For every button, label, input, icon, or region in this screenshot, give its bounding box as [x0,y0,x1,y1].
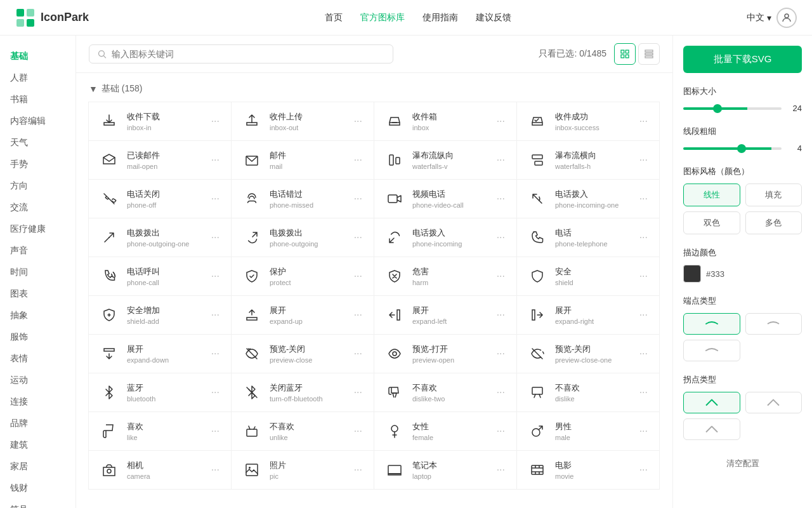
sidebar-item-钱财[interactable]: 钱财 [0,478,75,499]
icon-more-btn[interactable]: ··· [209,463,222,477]
icon-more-btn[interactable]: ··· [351,153,365,167]
icon-card-male[interactable]: 男性 male ··· [516,411,660,451]
icon-more-btn[interactable]: ··· [494,192,508,206]
icon-card-mail[interactable]: 邮件 mail ··· [231,140,374,180]
icon-more-btn[interactable]: ··· [209,347,222,361]
icon-card-shield-add[interactable]: 安全增加 shield-add ··· [88,295,232,335]
icon-more-btn[interactable]: ··· [637,231,650,244]
sidebar-item-医疗健康[interactable]: 医疗健康 [0,218,75,240]
icon-card-protect[interactable]: 保护 protect ··· [231,257,374,296]
icon-more-btn[interactable]: ··· [351,114,365,128]
icon-card-expand-left[interactable]: 展开 expand-left ··· [374,295,517,335]
icon-more-btn[interactable]: ··· [494,385,508,399]
icon-more-btn[interactable]: ··· [494,424,508,438]
anchor-round[interactable] [683,392,740,413]
icon-card-preview-open[interactable]: 预览-打开 preview-open ··· [374,334,517,373]
download-btn[interactable]: 批量下载SVG [683,46,802,73]
icon-more-btn[interactable]: ··· [209,424,222,438]
icon-card-camera[interactable]: 相机 camera ··· [88,450,232,490]
icon-more-btn[interactable]: ··· [494,153,508,167]
sidebar-item-服饰[interactable]: 服饰 [0,326,75,348]
icon-more-btn[interactable]: ··· [209,385,222,399]
endpoint-round[interactable] [683,313,740,335]
icon-more-btn[interactable]: ··· [351,308,365,322]
nav-library[interactable]: 官方图标库 [360,12,405,23]
icon-card-inbox-success[interactable]: 收件成功 inbox-success ··· [516,102,660,141]
icon-card-dislike-two[interactable]: 不喜欢 dislike-two ··· [374,373,517,412]
sidebar-item-人群[interactable]: 人群 [0,67,75,89]
sidebar-item-表情[interactable]: 表情 [0,348,75,370]
section-collapse-btn[interactable]: ▼ [89,84,98,94]
icon-more-btn[interactable]: ··· [351,192,365,206]
icon-card-expand-right[interactable]: 展开 expand-right ··· [516,295,660,335]
search-input[interactable] [112,49,385,59]
icon-card-phone-missed[interactable]: 电话错过 phone-missed ··· [231,179,374,218]
icon-card-waterfalls-v[interactable]: 瀑布流纵向 waterfalls-v ··· [374,140,517,180]
icon-card-phone-call[interactable]: 电话呼叫 phone-call ··· [88,257,232,296]
sidebar-item-品牌[interactable]: 品牌 [0,413,75,434]
icon-card-phone-incoming[interactable]: 电话拨入 phone-incoming ··· [374,218,517,257]
icon-card-bluetooth[interactable]: 蓝牙 bluetooth ··· [88,373,232,412]
anchor-miter[interactable] [745,392,802,413]
icon-more-btn[interactable]: ··· [209,153,222,167]
logo[interactable]: IconPark [15,8,89,28]
nav-feedback[interactable]: 建议反馈 [476,12,511,23]
icon-card-expand-down[interactable]: 展开 expand-down ··· [88,334,232,373]
icon-card-inbox-in[interactable]: 收件下载 inbox-in ··· [88,102,232,141]
anchor-bevel[interactable] [683,418,740,440]
icon-card-phone-telephone[interactable]: 电话 phone-telephone ··· [516,218,660,257]
icon-more-btn[interactable]: ··· [494,269,508,283]
endpoint-square[interactable] [683,340,740,361]
icon-more-btn[interactable]: ··· [209,269,222,283]
icon-more-btn[interactable]: ··· [494,463,508,477]
sidebar-item-抽象[interactable]: 抽象 [0,305,75,326]
lang-selector[interactable]: 中文 ▾ [747,12,771,23]
icon-more-btn[interactable]: ··· [351,424,365,438]
sidebar-item-运动[interactable]: 运动 [0,370,75,391]
user-avatar[interactable] [776,8,797,28]
style-fill[interactable]: 填充 [745,184,802,206]
sidebar-item-手势[interactable]: 手势 [0,154,75,175]
icon-card-phone-off[interactable]: 电话关闭 phone-off ··· [88,179,232,218]
icon-more-btn[interactable]: ··· [494,347,508,361]
icon-card-turn-off-bluetooth[interactable]: 关闭蓝牙 turn-off-bluetooth ··· [231,373,374,412]
style-two-tone[interactable]: 双色 [683,211,740,234]
icon-card-mail-open[interactable]: 已读邮件 mail-open ··· [88,140,232,180]
icon-card-laptop[interactable]: 笔记本 laptop ··· [374,450,517,490]
sidebar-item-基础[interactable]: 基础 [0,46,75,67]
icon-more-btn[interactable]: ··· [637,192,650,206]
search-box[interactable] [89,44,393,64]
icon-more-btn[interactable]: ··· [209,231,222,244]
icon-more-btn[interactable]: ··· [494,114,508,128]
icon-more-btn[interactable]: ··· [637,153,650,167]
list-view-btn[interactable] [638,43,660,65]
icon-card-phone-outgoing-one[interactable]: 电拨拨出 phone-outgoing-one ··· [88,218,232,257]
icon-more-btn[interactable]: ··· [351,385,365,399]
sidebar-item-连接[interactable]: 连接 [0,391,75,413]
clear-config-btn[interactable]: 清空配置 [683,458,802,469]
icon-card-dislike[interactable]: 不喜欢 dislike ··· [516,373,660,412]
icon-more-btn[interactable]: ··· [637,269,650,283]
sidebar-item-方向[interactable]: 方向 [0,175,75,197]
sidebar-item-书籍[interactable]: 书籍 [0,89,75,110]
icon-more-btn[interactable]: ··· [351,347,365,361]
icon-more-btn[interactable]: ··· [494,231,508,244]
icon-card-expand-up[interactable]: 展开 expand-up ··· [231,295,374,335]
icon-more-btn[interactable]: ··· [209,114,222,128]
sidebar-item-交流[interactable]: 交流 [0,197,75,218]
icon-card-shield[interactable]: 安全 shield ··· [516,257,660,296]
grid-view-btn[interactable] [614,43,636,65]
icon-card-like[interactable]: 喜欢 like ··· [88,411,232,451]
icon-card-inbox[interactable]: 收件箱 inbox ··· [374,102,517,141]
sidebar-item-建筑[interactable]: 建筑 [0,434,75,456]
icon-card-preview-close[interactable]: 预览-关闭 preview-close ··· [231,334,374,373]
sidebar-item-天气[interactable]: 天气 [0,132,75,154]
sidebar-item-声音[interactable]: 声音 [0,240,75,262]
style-linear[interactable]: 线性 [683,184,740,206]
sidebar-item-时间[interactable]: 时间 [0,262,75,283]
icon-more-btn[interactable]: ··· [637,385,650,399]
icon-card-phone-video-call[interactable]: 视频电话 phone-video-call ··· [374,179,517,218]
icon-card-movie[interactable]: 电影 movie ··· [516,450,660,490]
icon-more-btn[interactable]: ··· [209,192,222,206]
icon-card-preview-close-one[interactable]: 预览-关闭 preview-close-one ··· [516,334,660,373]
